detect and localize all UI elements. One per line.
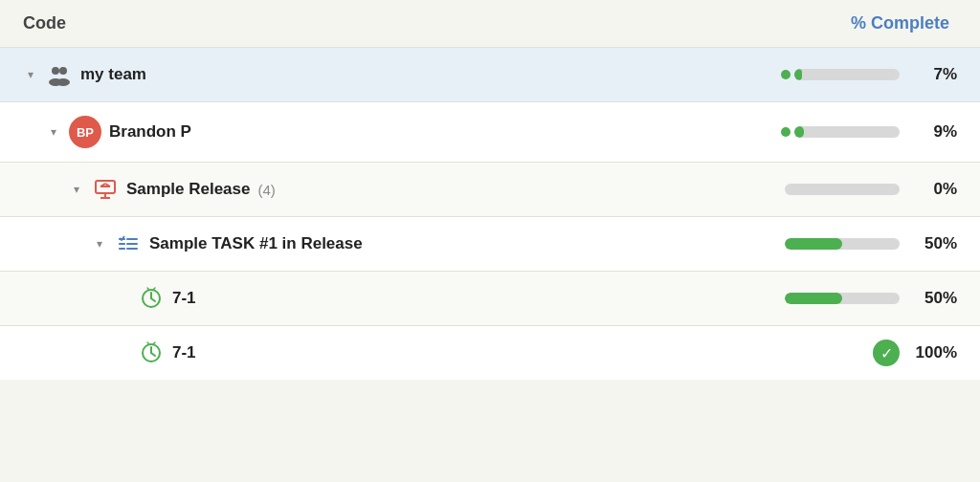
chevron-icon[interactable]: ▾ (69, 183, 84, 196)
progress-with-dot (781, 126, 900, 138)
svg-line-23 (151, 353, 155, 356)
table-row: 7-1 ✓ 100% (0, 325, 980, 380)
task-icon (115, 230, 142, 257)
chevron-icon[interactable]: ▾ (23, 68, 38, 81)
complete-check-icon: ✓ (873, 340, 900, 366)
svg-line-18 (151, 298, 155, 301)
team-icon (46, 61, 73, 88)
progress-dot (781, 70, 791, 79)
progress-bar-container (794, 126, 900, 138)
row-left: 7-1 (115, 285, 746, 312)
row-left: ▾ Sample Release (4) (69, 176, 746, 203)
chevron-icon[interactable]: ▾ (46, 125, 61, 139)
svg-point-3 (56, 78, 70, 86)
progress-bar-container (785, 238, 900, 250)
progress-bar-container (785, 293, 900, 304)
row-right: 0% (746, 180, 957, 199)
header-code: Code (23, 13, 746, 33)
row-left: ▾ Sample TASK #1 in Release (92, 230, 746, 257)
percent-label: 50% (911, 289, 957, 308)
row-left: ▾ BP Brandon P (46, 116, 746, 148)
svg-line-20 (153, 288, 155, 290)
svg-point-1 (59, 67, 67, 75)
clock-icon (138, 340, 165, 366)
header-complete: % Complete (746, 13, 957, 33)
table-header: Code % Complete (0, 0, 980, 47)
row-sublabel: (4) (257, 182, 275, 198)
progress-bar-fill (785, 293, 842, 304)
progress-bar-fill (794, 69, 802, 80)
percent-label: 7% (911, 65, 957, 84)
table-row: ▾ Sample TASK #1 in Release 50% (0, 216, 980, 271)
progress-bar-container (794, 69, 900, 80)
row-label: Sample TASK #1 in Release (149, 234, 363, 253)
row-right: 50% (746, 289, 957, 308)
chevron-icon[interactable]: ▾ (92, 237, 107, 251)
rows-container: ▾ my team 7% ▾ BP Brandon P (0, 47, 980, 380)
percent-label: 9% (911, 122, 957, 142)
svg-line-25 (153, 342, 155, 344)
svg-point-0 (52, 67, 59, 75)
row-label: my team (80, 65, 146, 84)
percent-label: 100% (911, 343, 957, 362)
row-label: 7-1 (172, 289, 196, 308)
row-right: 7% (746, 65, 957, 84)
release-icon (92, 176, 119, 203)
row-right: 50% (746, 234, 957, 253)
percent-label: 50% (911, 234, 957, 253)
progress-dot (781, 127, 791, 137)
table-row: ▾ Sample Release (4) 0% (0, 162, 980, 216)
table-row: ▾ my team 7% (0, 47, 980, 101)
row-label: 7-1 (172, 343, 196, 362)
row-label: Brandon P (109, 122, 191, 142)
percent-label: 0% (911, 180, 957, 199)
table-row: 7-1 50% (0, 271, 980, 325)
table-row: ▾ BP Brandon P 9% (0, 101, 980, 162)
svg-line-24 (147, 342, 149, 344)
progress-bar-fill (785, 238, 842, 250)
main-table: Code % Complete ▾ my team 7% ▾ BP Brando… (0, 0, 980, 380)
svg-line-19 (147, 288, 149, 290)
progress-bar-fill (794, 126, 804, 138)
row-left: 7-1 (115, 340, 746, 366)
row-right: ✓ 100% (746, 340, 957, 366)
progress-bar-container (785, 184, 900, 195)
avatar: BP (69, 116, 101, 148)
row-right: 9% (746, 122, 957, 142)
row-label: Sample Release (126, 180, 250, 199)
clock-icon (138, 285, 165, 312)
row-left: ▾ my team (23, 61, 746, 88)
progress-with-dot (781, 69, 900, 80)
